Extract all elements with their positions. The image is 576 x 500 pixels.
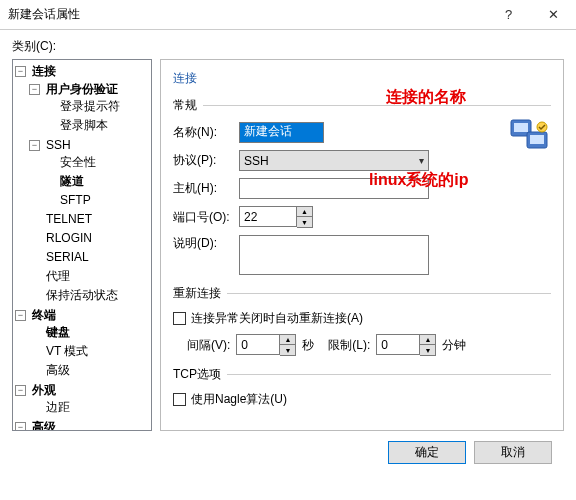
spin-down-icon[interactable]: ▼ — [297, 217, 312, 227]
tree-auth[interactable]: 用户身份验证 — [44, 81, 120, 98]
tree-terminal[interactable]: 终端 — [30, 307, 58, 324]
host-label: 主机(H): — [173, 180, 233, 197]
limit-label: 限制(L): — [328, 337, 370, 354]
tree-keyboard[interactable]: 键盘 — [44, 324, 72, 341]
group-reconnect: 重新连接 — [173, 285, 221, 302]
annotation-host: linux系统的ip — [369, 170, 469, 191]
tree-advanced2[interactable]: 高级 — [30, 419, 58, 431]
tree-prompt[interactable]: 登录提示符 — [58, 98, 122, 115]
collapse-icon[interactable]: − — [29, 84, 40, 95]
help-button[interactable]: ? — [486, 0, 531, 29]
tree-rlogin[interactable]: RLOGIN — [44, 230, 94, 247]
collapse-icon[interactable]: − — [29, 140, 40, 151]
tree-proxy[interactable]: 代理 — [44, 268, 72, 285]
interval-spinner[interactable]: ▲▼ — [236, 334, 296, 356]
cancel-button[interactable]: 取消 — [474, 441, 552, 464]
tree-advanced[interactable]: 高级 — [44, 362, 72, 379]
desc-label: 说明(D): — [173, 235, 233, 252]
name-input[interactable]: 新建会话 — [239, 122, 324, 143]
tree-security[interactable]: 安全性 — [58, 154, 98, 171]
tree-keepalive[interactable]: 保持活动状态 — [44, 287, 120, 304]
svg-rect-3 — [530, 135, 544, 144]
group-tcp: TCP选项 — [173, 366, 221, 383]
chevron-down-icon: ▾ — [419, 155, 424, 166]
tree-appearance[interactable]: 外观 — [30, 382, 58, 399]
tree-margin[interactable]: 边距 — [44, 399, 72, 416]
tree-ssh[interactable]: SSH — [44, 137, 73, 154]
settings-panel: 连接 常规 名称(N): 新建会话 协议(P): SSH▾ 主机(H): — [160, 59, 564, 431]
tree-telnet[interactable]: TELNET — [44, 211, 94, 228]
collapse-icon[interactable]: − — [15, 422, 26, 431]
port-input[interactable] — [239, 206, 297, 227]
close-button[interactable]: ✕ — [531, 0, 576, 29]
protocol-select[interactable]: SSH▾ — [239, 150, 429, 171]
tree-sftp[interactable]: SFTP — [58, 192, 93, 209]
protocol-label: 协议(P): — [173, 152, 233, 169]
name-label: 名称(N): — [173, 124, 233, 141]
minutes-label: 分钟 — [442, 337, 466, 354]
title-bar: 新建会话属性 ? ✕ — [0, 0, 576, 30]
seconds-label: 秒 — [302, 337, 314, 354]
collapse-icon[interactable]: − — [15, 385, 26, 396]
description-input[interactable] — [239, 235, 429, 275]
nagle-checkbox[interactable]: 使用Nagle算法(U) — [173, 391, 287, 408]
limit-spinner[interactable]: ▲▼ — [376, 334, 436, 356]
group-general: 常规 — [173, 97, 197, 114]
port-spinner[interactable]: ▲▼ — [239, 206, 313, 228]
category-label: 类别(C): — [12, 38, 564, 55]
collapse-icon[interactable]: − — [15, 66, 26, 77]
collapse-icon[interactable]: − — [15, 310, 26, 321]
tree-vtmode[interactable]: VT 模式 — [44, 343, 90, 360]
tree-connect[interactable]: 连接 — [30, 63, 58, 80]
svg-rect-1 — [514, 123, 528, 132]
spin-up-icon[interactable]: ▲ — [297, 207, 312, 217]
annotation-name: 连接的名称 — [386, 87, 466, 108]
panel-title: 连接 — [173, 70, 551, 87]
connection-icon — [509, 116, 551, 154]
auto-reconnect-checkbox[interactable]: 连接异常关闭时自动重新连接(A) — [173, 310, 363, 327]
port-label: 端口号(O): — [173, 209, 233, 226]
ok-button[interactable]: 确定 — [388, 441, 466, 464]
tree-serial[interactable]: SERIAL — [44, 249, 91, 266]
window-title: 新建会话属性 — [8, 6, 486, 23]
tree-tunnel[interactable]: 隧道 — [58, 173, 86, 190]
category-tree[interactable]: −连接 −用户身份验证 登录提示符 登录脚本 −SSH 安全性 — [12, 59, 152, 431]
tree-script[interactable]: 登录脚本 — [58, 117, 110, 134]
interval-label: 间隔(V): — [187, 337, 230, 354]
